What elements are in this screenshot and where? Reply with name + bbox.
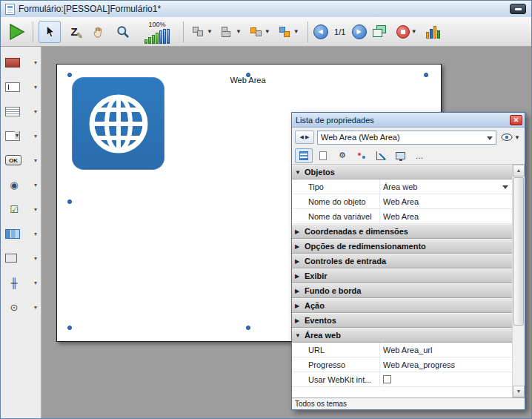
rectangle-tool[interactable]: ▾ [5,248,38,268]
property-row[interactable]: Nome do objetoWeb Area [292,194,512,209]
dropdown-arrow-icon[interactable]: ▼ [207,28,213,35]
selection-handle[interactable] [246,326,250,330]
property-checkbox[interactable] [383,375,391,383]
plugin-area-tool[interactable]: ⊙▾ [5,297,38,317]
level-objects-button[interactable]: ▼ [247,21,273,43]
color-objects-button[interactable]: ▼ [276,21,302,43]
tool-dropdown-arrow-icon[interactable]: ▾ [34,108,38,115]
property-section-header[interactable]: ▶Controles de entrada [292,254,512,268]
property-section-header[interactable]: ▶Fundo e borda [292,283,512,298]
triangle-collapsed-icon[interactable]: ▶ [295,258,302,265]
triangle-collapsed-icon[interactable]: ▶ [295,303,302,309]
zoom-widget[interactable]: 100% [136,20,178,44]
zorder-tool-button[interactable]: Z ✎ [63,21,85,43]
tool-dropdown-arrow-icon[interactable]: ▾ [34,304,38,311]
combo-box-tool[interactable]: ▾ [5,126,38,145]
more-tab[interactable]: … [410,148,428,163]
triangle-collapsed-icon[interactable]: ▶ [295,288,302,294]
checkbox-tool[interactable]: ☑▾ [5,199,38,219]
property-row[interactable]: Usar WebKit int... [292,372,512,387]
objects-tab[interactable] [295,148,313,163]
property-scrollbar[interactable]: ▲ ▼ [512,165,525,397]
tool-dropdown-arrow-icon[interactable]: ▾ [34,231,38,237]
list-editor-button[interactable] [422,21,445,43]
tool-dropdown-arrow-icon[interactable]: ▾ [34,182,38,188]
triangle-collapsed-icon[interactable]: ▶ [295,228,302,235]
property-section-header[interactable]: ▶Ação [292,298,512,313]
magnifier-tool-button[interactable] [112,21,134,43]
radio-button-tool[interactable]: ◉▾ [5,175,38,194]
property-row[interactable]: Nome da variávelWeb Area [292,209,512,224]
object-nav-buttons[interactable]: ◀▶ [295,131,314,144]
distribute-objects-button[interactable]: ▼ [218,21,245,43]
property-value[interactable]: Web Area [379,194,512,208]
property-value[interactable]: Web Area_progress [379,357,512,372]
triangle-expanded-icon[interactable]: ▼ [295,169,302,176]
shields-button[interactable]: ▼ [393,21,420,43]
tool-dropdown-arrow-icon[interactable]: ▾ [34,280,38,286]
property-row[interactable]: ProgressoWeb Area_progress [292,357,512,372]
align-objects-button[interactable]: ▼ [189,21,216,43]
property-value[interactable]: Web Area [379,209,512,223]
pointer-tool-button[interactable] [39,21,61,43]
button-tool[interactable]: OK▾ [5,151,38,170]
splitter-tool[interactable]: ╫▾ [5,273,38,292]
dropdown-arrow-icon[interactable]: ▼ [293,28,299,35]
visibility-button[interactable]: ▼ [499,131,522,144]
property-value[interactable]: Web Area_url [379,343,512,357]
selection-handle[interactable] [67,73,72,77]
dropdown-arrow-icon[interactable]: ▼ [411,28,417,35]
field-tool[interactable]: ▾ [5,53,38,72]
property-row[interactable]: URLWeb Area_url [292,343,512,357]
selection-handle[interactable] [67,326,72,330]
hand-tool-button[interactable] [87,21,110,43]
triangle-collapsed-icon[interactable]: ▶ [295,243,302,250]
scroll-up-icon[interactable]: ▲ [513,165,525,176]
triangle-expanded-icon[interactable]: ▼ [295,332,302,339]
property-section-header[interactable]: ▶Opções de redimensionamento [292,239,512,254]
next-page-button[interactable]: ▶ [352,24,367,39]
chevron-down-icon[interactable] [502,185,508,189]
property-value[interactable] [379,372,512,386]
scrollbar-thumb[interactable] [513,177,524,326]
tool-dropdown-arrow-icon[interactable]: ▾ [34,59,38,66]
dropdown-arrow-icon[interactable]: ▼ [514,134,520,141]
triangle-collapsed-icon[interactable]: ▶ [295,273,302,280]
listbox-tool[interactable]: ▾ [5,102,38,121]
window-titlebar[interactable]: Formulário:[PESSOAL]Formulário1* [1,1,531,17]
tool-dropdown-arrow-icon[interactable]: ▾ [34,157,38,164]
prev-object-icon[interactable]: ◀ [300,134,304,140]
triangle-collapsed-icon[interactable]: ▶ [295,317,302,324]
selection-handle[interactable] [67,199,72,204]
tool-dropdown-arrow-icon[interactable]: ▾ [34,255,38,262]
property-list-window[interactable]: Lista de propriedades ✕ ◀▶ Web Area (Web… [291,112,525,410]
scroll-down-icon[interactable]: ▼ [513,386,525,397]
selection-handle[interactable] [246,73,250,77]
form-tab[interactable] [314,148,332,163]
property-section-header[interactable]: ▼Objetos [292,165,512,179]
property-section-header[interactable]: ▶Eventos [292,313,512,328]
form-pages-button[interactable] [369,21,391,43]
dropdown-arrow-icon[interactable]: ▼ [265,28,270,35]
execute-form-button[interactable] [5,21,27,43]
property-section-header[interactable]: ▼Área web [292,328,512,343]
tool-dropdown-arrow-icon[interactable]: ▾ [34,84,38,90]
property-section-header[interactable]: ▶Coordenadas e dimensões [292,224,512,239]
tool-dropdown-arrow-icon[interactable]: ▾ [34,206,38,213]
dropdown-arrow-icon[interactable]: ▼ [236,28,242,35]
property-row[interactable]: TipoÁrea web [292,179,512,194]
close-button[interactable]: ✕ [510,115,522,125]
zoom-bars-icon[interactable] [144,29,170,44]
object-selector-combobox[interactable]: Web Area (Web Area) [317,131,496,145]
data-tab[interactable] [353,148,370,163]
input-field-tool[interactable]: ▾ [5,77,38,96]
minimize-button[interactable] [510,4,526,14]
tool-dropdown-arrow-icon[interactable]: ▾ [34,133,38,139]
next-object-icon[interactable]: ▶ [305,134,309,140]
chart-tab[interactable] [372,148,390,163]
tab-control-tool[interactable]: ▾ [5,224,38,243]
property-section-header[interactable]: ▶Exibir [292,268,512,283]
previous-page-button[interactable]: ◀ [313,24,328,39]
settings-tab[interactable]: ⚙ [333,148,351,163]
property-value[interactable]: Área web [379,179,512,194]
